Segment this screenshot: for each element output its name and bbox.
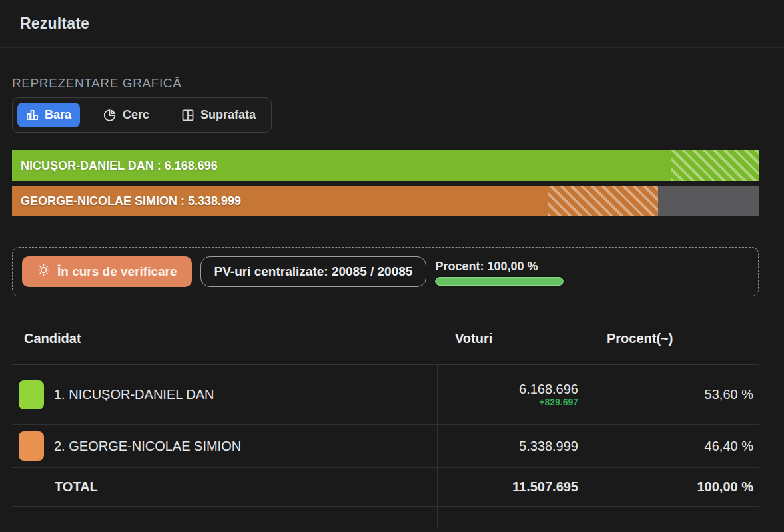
table-total-votes: 11.507.695 [437,468,589,507]
percent-value: 46,40 % [705,439,753,454]
candidate-color-swatch [19,380,44,409]
bar-chart-icon [26,109,39,121]
procent-progress-bar [435,277,564,286]
page-header: Rezultate [0,0,784,48]
col-header-votes: Voturi [437,314,589,365]
verify-status-button[interactable]: În curs de verificare [22,256,192,287]
bar-dan-hatch [671,150,759,181]
bar-dan: NICUŞOR-DANIEL DAN : 6.168.696 [12,150,759,181]
pv-centralized-badge: PV-uri centralizate: 20085 / 20085 [200,256,427,287]
verify-status-label: În curs de verificare [57,264,177,279]
table-row-dan-votes: 6.168.696 +829.697 [437,365,589,425]
results-table: Candidat Voturi Procent(~) 1. NICUŞOR-DA… [12,314,759,528]
tab-cerc[interactable]: Cerc [95,103,158,127]
verification-status-panel: În curs de verificare PV-uri centralizat… [12,247,759,296]
pie-chart-icon [103,109,117,122]
table-total-percent: 100,00 % [589,468,759,507]
main-content: REPREZENTARE GRAFICĂ Bara Cerc [0,76,784,528]
table-row-simion-percent: 46,40 % [589,425,759,468]
table-row-simion-candidate: 2. GEORGE-NICOLAE SIMION [12,425,437,468]
result-bars: NICUŞOR-DANIEL DAN : 6.168.696 GEORGE-NI… [12,150,759,216]
candidate-name: 1. NICUŞOR-DANIEL DAN [54,387,214,402]
procent-label: Procent: 100,00 % [435,260,564,274]
procent-block: Procent: 100,00 % [435,258,564,286]
percent-value: 53,60 % [705,387,753,402]
votes-delta: +829.697 [539,397,578,407]
tab-bara[interactable]: Bara [17,103,80,127]
gear-icon [37,263,51,280]
tab-suprafata[interactable]: Suprafata [173,103,264,127]
votes-value: 5.338.999 [519,439,578,454]
table-stub-cell [589,507,759,528]
table-stub-cell [437,507,589,528]
table-stub-cell [12,507,437,528]
tab-cerc-label: Cerc [123,108,149,122]
table-row-dan-percent: 53,60 % [589,365,759,425]
votes-value: 6.168.696 [519,382,578,397]
bar-simion-hatch [548,186,658,216]
table-row-simion-votes: 5.338.999 [437,425,589,468]
page-title: Rezultate [20,15,89,33]
bar-simion-label: GEORGE-NICOLAE SIMION : 5.338.999 [21,194,241,208]
chart-type-tabgroup: Bara Cerc Suprafata [12,97,272,133]
table-total-label: TOTAL [12,468,437,507]
tab-bara-label: Bara [45,108,71,122]
bar-simion: GEORGE-NICOLAE SIMION : 5.338.999 [12,186,759,216]
candidate-name: 2. GEORGE-NICOLAE SIMION [54,439,241,454]
bar-dan-label: NICUŞOR-DANIEL DAN : 6.168.696 [21,159,218,173]
col-header-percent: Procent(~) [589,314,759,365]
tab-suprafata-label: Suprafata [200,108,256,122]
procent-progress-fill [435,277,564,286]
treemap-icon [181,109,195,122]
candidate-color-swatch [19,431,44,461]
table-row-dan-candidate: 1. NICUŞOR-DANIEL DAN [12,365,437,425]
col-header-candidate: Candidat [12,314,437,365]
graphic-section-label: REPREZENTARE GRAFICĂ [12,76,759,91]
